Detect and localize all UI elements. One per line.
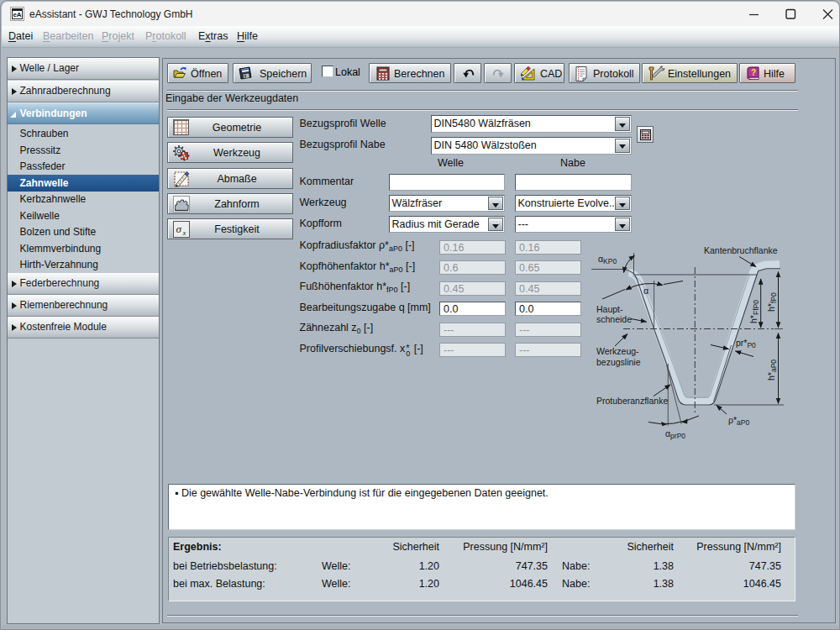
- svg-text:Kantenbruchflanke: Kantenbruchflanke: [704, 245, 778, 255]
- svg-text:h*fP0: h*fP0: [766, 292, 778, 312]
- svg-text:ρ*aP0: ρ*aP0: [728, 415, 749, 427]
- svg-text:h*FfP0: h*FfP0: [748, 300, 760, 323]
- svg-text:αKP0: αKP0: [598, 254, 617, 265]
- svg-text:Werkzeug-: Werkzeug-: [596, 346, 639, 356]
- svg-text:σ: σ: [176, 223, 182, 235]
- svg-text:α: α: [643, 286, 648, 296]
- svg-text:αprP0: αprP0: [665, 428, 685, 440]
- svg-text:pr*P0: pr*P0: [736, 338, 756, 349]
- svg-text:h*aP0: h*aP0: [766, 360, 778, 381]
- svg-text:bezugslinie: bezugslinie: [596, 357, 641, 367]
- svg-text:schneide: schneide: [596, 314, 632, 324]
- svg-text:Haupt-: Haupt-: [596, 304, 623, 314]
- svg-text:?: ?: [751, 68, 756, 77]
- svg-text:x: x: [182, 228, 186, 237]
- svg-text:Protuberanzflanke: Protuberanzflanke: [596, 396, 668, 406]
